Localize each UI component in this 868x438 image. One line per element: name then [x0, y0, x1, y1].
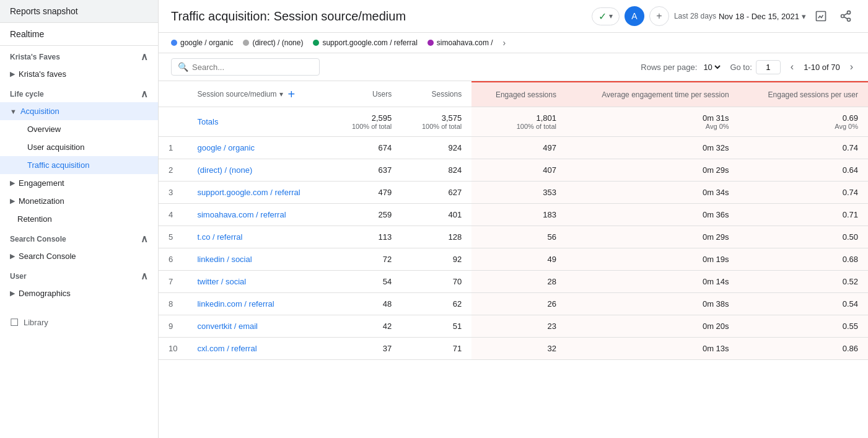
- sidebar-item-realtime-label: Realtime: [10, 29, 44, 39]
- toolbar: 🔍 Rows per page: 10 25 50 Go to: ‹ 1-10 …: [159, 53, 868, 81]
- row-users-4: 113: [331, 226, 401, 248]
- row-engaged-9: 32: [471, 338, 566, 360]
- sidebar-group-search-console[interactable]: Search Console ∧: [0, 228, 158, 247]
- col-sessions-header[interactable]: Sessions: [401, 82, 471, 107]
- row-users-3: 259: [331, 204, 401, 226]
- sidebar-item-search-console[interactable]: ▶ Search Console: [0, 247, 158, 265]
- legend-item-0[interactable]: google / organic: [171, 38, 233, 47]
- row-source-1[interactable]: (direct) / (none): [187, 159, 331, 182]
- table-row: 2 (direct) / (none) 637 824 407 0m 29s 0…: [159, 159, 868, 182]
- legend-item-3[interactable]: simoahava.com /: [427, 38, 493, 47]
- engagement-arrow-icon: ▶: [10, 179, 15, 187]
- row-avg-4: 0m 29s: [566, 226, 739, 248]
- col-session-source-header[interactable]: Session source/medium ▾ +: [187, 82, 331, 107]
- col-engaged-sessions-header[interactable]: Engaged sessions: [471, 82, 566, 107]
- row-source-5[interactable]: linkedin / social: [187, 248, 331, 271]
- row-source-8[interactable]: convertkit / email: [187, 315, 331, 338]
- sidebar-item-library[interactable]: ☐ Library: [0, 312, 158, 333]
- row-sessions-9: 71: [401, 338, 471, 360]
- date-range-label: Last 28 days: [674, 12, 716, 20]
- sidebar-item-reports-snapshot-label: Reports snapshot: [10, 6, 78, 16]
- legend-dot-2: [313, 40, 319, 46]
- sidebar-group-user[interactable]: User ∧: [0, 265, 158, 284]
- row-source-4[interactable]: t.co / referral: [187, 226, 331, 248]
- search-icon: 🔍: [178, 62, 188, 72]
- table-row: 8 linkedin.com / referral 48 62 26 0m 38…: [159, 293, 868, 315]
- row-avg-8: 0m 20s: [566, 315, 739, 338]
- legend-dot-0: [171, 40, 177, 46]
- search-input[interactable]: [192, 63, 313, 72]
- row-sessions-6: 70: [401, 271, 471, 293]
- prev-page-button[interactable]: ‹: [788, 60, 796, 74]
- status-badge[interactable]: ✓ ▾: [592, 7, 620, 25]
- row-engaged-4: 56: [471, 226, 566, 248]
- row-users-8: 42: [331, 315, 401, 338]
- row-users-7: 48: [331, 293, 401, 315]
- row-source-9[interactable]: cxl.com / referral: [187, 338, 331, 360]
- row-source-7[interactable]: linkedin.com / referral: [187, 293, 331, 315]
- sidebar-item-retention[interactable]: Retention: [0, 210, 158, 228]
- add-button[interactable]: +: [649, 6, 669, 26]
- row-engaged-2: 353: [471, 182, 566, 204]
- col-avg-engagement-header[interactable]: Average engagement time per session: [566, 82, 739, 107]
- chart-icon[interactable]: [811, 6, 831, 26]
- sidebar-subitem-traffic-acquisition[interactable]: Traffic acquisition: [0, 156, 158, 174]
- calendar-chevron-icon: ▾: [802, 12, 806, 21]
- row-avg-2: 0m 34s: [566, 182, 739, 204]
- row-sessions-3: 401: [401, 204, 471, 226]
- sidebar-item-kristas-faves[interactable]: ▶ Krista's faves: [0, 65, 158, 83]
- search-box[interactable]: 🔍: [171, 58, 320, 76]
- legend-item-1[interactable]: (direct) / (none): [243, 38, 303, 47]
- add-column-button[interactable]: +: [286, 88, 298, 100]
- sidebar-item-reports-snapshot[interactable]: Reports snapshot: [0, 0, 158, 23]
- sidebar-subitem-overview[interactable]: Overview: [0, 120, 158, 138]
- sidebar-item-acquisition[interactable]: ▼ Acquisition: [0, 102, 158, 120]
- row-source-6[interactable]: twitter / social: [187, 271, 331, 293]
- col-engaged-per-user-header[interactable]: Engaged sessions per user: [739, 82, 868, 107]
- sidebar-item-realtime[interactable]: Realtime: [0, 23, 158, 46]
- sidebar-subitem-user-acquisition[interactable]: User acquisition: [0, 138, 158, 156]
- row-num-4: 5: [159, 226, 187, 248]
- goto-section: Go to:: [730, 60, 780, 74]
- col-users-header[interactable]: Users: [331, 82, 401, 107]
- collapse-user-icon: ∧: [141, 270, 148, 282]
- row-epu-2: 0.74: [739, 182, 868, 204]
- legend-more-icon[interactable]: ›: [503, 38, 506, 48]
- date-range-value: Nov 18 - Dec 15, 2021: [719, 12, 799, 21]
- table-row: 1 google / organic 674 924 497 0m 32s 0.…: [159, 137, 868, 159]
- library-icon: ☐: [10, 317, 19, 328]
- row-epu-0: 0.74: [739, 137, 868, 159]
- row-engaged-5: 49: [471, 248, 566, 271]
- sidebar-group-kristas-faves[interactable]: Krista's Faves ∧: [0, 46, 158, 65]
- avatar[interactable]: A: [625, 6, 644, 26]
- date-range[interactable]: Last 28 days Nov 18 - Dec 15, 2021 ▾: [674, 12, 806, 21]
- row-num-8: 9: [159, 315, 187, 338]
- rows-per-page-label: Rows per page:: [641, 63, 697, 72]
- row-avg-3: 0m 36s: [566, 204, 739, 226]
- sort-icon: ▾: [279, 90, 283, 99]
- row-num-7: 8: [159, 293, 187, 315]
- collapse-lifecycle-icon: ∧: [141, 88, 148, 100]
- legend-item-2[interactable]: support.google.com / referral: [313, 38, 417, 47]
- sidebar-item-engagement[interactable]: ▶ Engagement: [0, 174, 158, 192]
- sidebar-item-monetization[interactable]: ▶ Monetization: [0, 192, 158, 210]
- totals-avg-engagement: 0m 31s Avg 0%: [566, 107, 739, 137]
- row-avg-0: 0m 32s: [566, 137, 739, 159]
- goto-input[interactable]: [756, 60, 781, 74]
- next-page-button[interactable]: ›: [848, 60, 856, 74]
- table-row: 5 t.co / referral 113 128 56 0m 29s 0.50: [159, 226, 868, 248]
- row-source-3[interactable]: simoahava.com / referral: [187, 204, 331, 226]
- row-source-2[interactable]: support.google.com / referral: [187, 182, 331, 204]
- row-users-5: 72: [331, 248, 401, 271]
- row-avg-7: 0m 38s: [566, 293, 739, 315]
- rows-per-page-select[interactable]: 10 25 50: [701, 62, 722, 72]
- row-source-0[interactable]: google / organic: [187, 137, 331, 159]
- header-controls: ✓ ▾ A + Last 28 days Nov 18 - Dec 15, 20…: [592, 6, 856, 26]
- sidebar-item-demographics[interactable]: ▶ Demographics: [0, 284, 158, 302]
- monetization-arrow-icon: ▶: [10, 197, 15, 205]
- legend-bar: google / organic (direct) / (none) suppo…: [159, 33, 868, 53]
- legend-label-1: (direct) / (none): [252, 38, 303, 47]
- table-row: 7 twitter / social 54 70 28 0m 14s 0.52: [159, 271, 868, 293]
- sidebar-group-lifecycle[interactable]: Life cycle ∧: [0, 83, 158, 102]
- share-icon[interactable]: [836, 6, 856, 26]
